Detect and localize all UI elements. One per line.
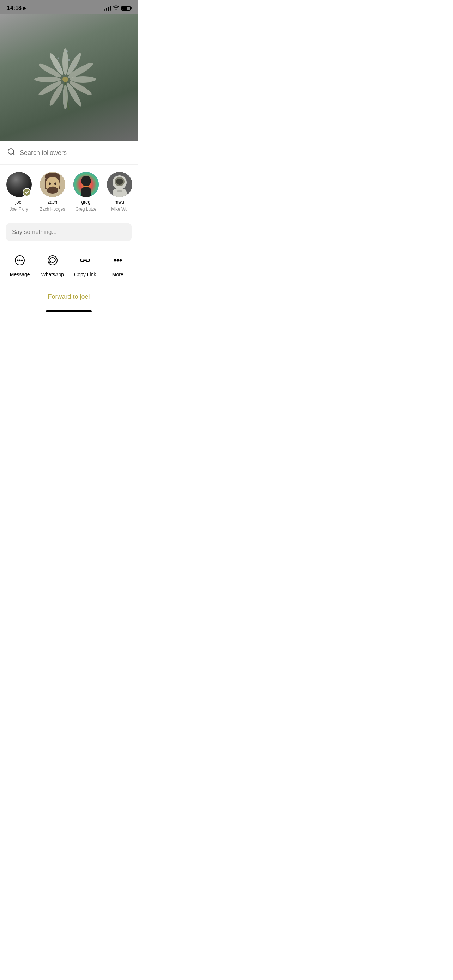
signal-icon <box>105 6 111 11</box>
svg-point-16 <box>66 51 68 52</box>
more-label: More <box>112 272 124 277</box>
follower-username-greg: greg <box>81 199 90 205</box>
follower-fullname-mwu: Mike Wu <box>111 207 127 212</box>
avatar-joel <box>6 172 32 197</box>
search-bar <box>7 148 130 158</box>
share-copylink-button[interactable]: Copy Link <box>73 252 97 277</box>
svg-point-1 <box>62 48 68 75</box>
svg-point-12 <box>68 59 70 61</box>
forward-button[interactable]: Forward to joel <box>41 290 97 303</box>
svg-point-7 <box>63 85 68 109</box>
status-bar: 14:18 ▶ <box>0 0 138 14</box>
share-more-button[interactable]: More <box>105 252 130 277</box>
location-arrow-icon: ▶ <box>23 6 26 11</box>
wifi-icon <box>113 5 119 11</box>
whatsapp-icon <box>44 252 61 269</box>
svg-point-4 <box>70 76 96 83</box>
forward-section: Forward to joel <box>0 284 138 307</box>
svg-point-14 <box>73 65 75 66</box>
home-bar <box>46 310 92 312</box>
home-indicator <box>0 307 138 314</box>
avatar-greg <box>73 172 99 197</box>
svg-point-47 <box>48 256 57 265</box>
avatar-mwu <box>107 172 132 197</box>
svg-point-15 <box>59 68 61 70</box>
svg-point-28 <box>54 183 56 185</box>
follower-fullname-greg: Greg Lutze <box>75 207 96 212</box>
whatsapp-label: WhatsApp <box>41 272 64 277</box>
search-icon <box>7 148 16 158</box>
svg-point-36 <box>116 178 123 185</box>
say-something-input[interactable] <box>6 223 132 241</box>
svg-point-17 <box>62 76 68 82</box>
status-icons <box>105 5 130 11</box>
follower-username-joel: joel <box>15 199 22 205</box>
follower-username-zach: zach <box>48 199 57 205</box>
avatar-zach <box>40 172 65 197</box>
search-section <box>0 141 138 165</box>
selected-check-badge <box>22 188 31 196</box>
svg-point-31 <box>81 176 91 186</box>
follower-fullname-joel: Joel Flory <box>10 207 28 212</box>
svg-point-46 <box>22 260 22 261</box>
battery-icon <box>121 6 130 11</box>
message-icon <box>11 252 28 269</box>
svg-rect-38 <box>118 190 122 192</box>
say-something-section <box>0 219 138 245</box>
svg-rect-37 <box>113 189 127 197</box>
more-icon <box>110 252 126 269</box>
svg-point-29 <box>51 186 54 187</box>
svg-point-44 <box>17 260 18 261</box>
svg-point-10 <box>34 76 61 82</box>
svg-point-45 <box>19 260 21 261</box>
follower-item-joel[interactable]: joel Joel Flory <box>6 172 32 212</box>
follower-username-mwu: mwu <box>114 199 124 205</box>
link-icon <box>76 252 94 269</box>
share-actions: Message WhatsApp Copy Link <box>0 245 138 284</box>
svg-point-27 <box>49 183 51 185</box>
followers-row: joel Joel Flory <box>6 172 132 212</box>
svg-point-13 <box>57 57 59 59</box>
copylink-label: Copy Link <box>74 272 96 277</box>
follower-fullname-zach: Zach Hodges <box>40 207 65 212</box>
svg-rect-32 <box>81 187 91 197</box>
followers-section: joel Joel Flory <box>0 165 138 219</box>
message-label: Message <box>10 272 30 277</box>
svg-point-50 <box>114 259 116 261</box>
share-whatsapp-button[interactable]: WhatsApp <box>40 252 65 277</box>
follower-item-greg[interactable]: greg Greg Lutze <box>73 172 99 212</box>
svg-point-26 <box>47 187 58 194</box>
svg-point-52 <box>119 259 121 261</box>
follower-item-mwu[interactable]: mwu Mike Wu <box>106 172 133 212</box>
hero-image <box>0 14 138 141</box>
svg-line-19 <box>13 153 14 155</box>
search-input[interactable] <box>20 149 130 157</box>
follower-item-zach[interactable]: zach Zach Hodges <box>39 172 66 212</box>
status-time: 14:18 ▶ <box>7 5 26 11</box>
flower-illustration <box>19 28 118 127</box>
svg-point-51 <box>117 259 119 261</box>
share-message-button[interactable]: Message <box>7 252 32 277</box>
